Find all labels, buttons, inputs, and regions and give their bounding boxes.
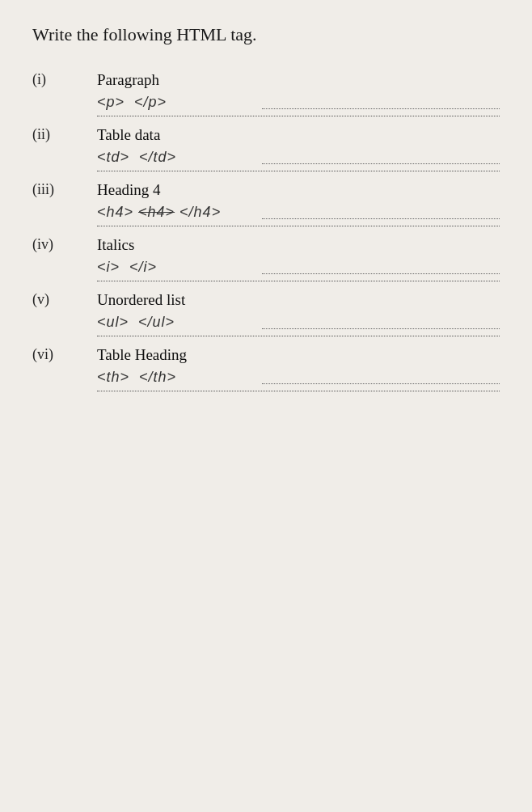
answer-text-3: <h4> <h4> </h4> [97,204,259,222]
answer-text-6: <th> </th> [97,369,259,387]
answer-text-1: <p> </p> [97,94,259,112]
dotted-line-4 [262,273,500,274]
answer-row-2: <td> </td> [97,149,500,171]
answer-row-5: <ul> </ul> [97,314,500,336]
question-label-3: Heading 4 [97,180,161,199]
answer-text-2: <td> </td> [97,149,259,167]
answer-row-1: <p> </p> [97,94,500,116]
dotted-line-6 [262,383,500,384]
answer-text-4: <i> </i> [97,259,259,277]
question-item-italics: (iv) Italics <i> </i> [32,235,500,281]
dotted-line-3 [262,218,500,219]
page-title: Write the following HTML tag. [32,24,500,45]
answer-text-5: <ul> </ul> [97,314,259,332]
question-item-paragraph: (i) Paragraph <p> </p> [32,70,500,116]
answer-row-4: <i> </i> [97,259,500,281]
question-number-5: (v) [32,290,97,308]
answer-row-3: <h4> <h4> </h4> [97,204,500,226]
question-number-3: (iii) [32,180,97,198]
question-number-2: (ii) [32,125,97,143]
question-label-1: Paragraph [97,70,159,89]
question-number-4: (iv) [32,235,97,253]
question-label-6: Table Heading [97,345,187,364]
dotted-line-1 [262,108,500,109]
question-label-4: Italics [97,235,134,254]
question-label-2: Table data [97,125,160,144]
dotted-line-5 [262,328,500,329]
question-number-6: (vi) [32,345,97,363]
question-item-tableheading: (vi) Table Heading <th> </th> [32,345,500,391]
answer-row-6: <th> </th> [97,369,500,391]
question-label-5: Unordered list [97,290,185,309]
question-number-1: (i) [32,70,97,88]
question-item-tabledata: (ii) Table data <td> </td> [32,125,500,171]
dotted-line-2 [262,163,500,164]
question-item-heading4: (iii) Heading 4 <h4> <h4> </h4> [32,180,500,226]
question-item-unorderedlist: (v) Unordered list <ul> </ul> [32,290,500,336]
question-list: (i) Paragraph <p> </p> (ii) Table data <… [32,70,500,391]
